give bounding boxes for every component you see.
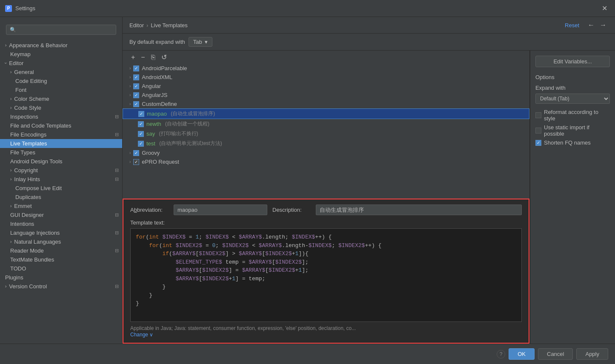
sidebar-item-copyright[interactable]: › Copyright ⊟ bbox=[0, 166, 122, 175]
sidebar-item-label: File Encodings bbox=[10, 131, 46, 138]
chevron-icon: › bbox=[5, 43, 6, 48]
nav-back-button[interactable]: ← bbox=[586, 20, 596, 30]
reformat-checkbox[interactable] bbox=[535, 112, 541, 118]
sidebar-item-compose-live-edit[interactable]: Compose Live Edit bbox=[0, 184, 122, 193]
checkbox-customdefine[interactable] bbox=[133, 101, 139, 107]
nav-forward-button[interactable]: → bbox=[598, 20, 608, 30]
ok-button[interactable]: OK bbox=[509, 348, 535, 360]
static-import-checkbox[interactable] bbox=[535, 128, 541, 134]
sidebar-item-gui-designer[interactable]: GUI Designer ⊟ bbox=[0, 210, 122, 219]
sidebar-item-file-types[interactable]: File Types bbox=[0, 148, 122, 157]
badge-icon: ⊟ bbox=[115, 114, 119, 119]
close-button[interactable]: ✕ bbox=[599, 3, 610, 13]
code-line-2: for(int $INDEX2$ = 0; $INDEX2$ < $ARRAY$… bbox=[136, 242, 516, 250]
sidebar-item-code-editing[interactable]: Code Editing bbox=[0, 77, 122, 85]
remove-template-button[interactable]: − bbox=[139, 53, 146, 62]
sidebar-item-code-style[interactable]: › Code Style bbox=[0, 103, 122, 112]
sidebar-item-version-control[interactable]: › Version Control ⊟ bbox=[0, 282, 122, 291]
sidebar-item-intentions[interactable]: Intentions bbox=[0, 219, 122, 228]
tree-item-angularjs[interactable]: › AngularJS bbox=[123, 91, 529, 100]
tree-item-groovy[interactable]: › Groovy bbox=[123, 148, 529, 157]
copy-template-button[interactable]: ⎘ bbox=[149, 53, 157, 62]
code-line-4: $ELEMENT_TYPE$ temp = $ARRAY$[$INDEX2$]; bbox=[136, 258, 516, 267]
template-name-label: maopao bbox=[147, 111, 167, 117]
right-panel: Editor › Live Templates Reset ← → By def… bbox=[123, 17, 615, 344]
edit-variables-button[interactable]: Edit Variables... bbox=[535, 56, 610, 67]
badge-icon: ⊟ bbox=[115, 212, 119, 218]
sidebar-item-general[interactable]: › General bbox=[0, 68, 122, 77]
checkbox-groovy[interactable] bbox=[133, 150, 139, 156]
badge-icon: ⊟ bbox=[115, 230, 119, 236]
checkbox-test[interactable] bbox=[138, 141, 144, 147]
template-text-label: Template text: bbox=[130, 219, 522, 226]
group-label: CustomDefine bbox=[142, 101, 177, 107]
abbreviation-input[interactable]: maopao bbox=[174, 205, 267, 215]
sidebar-item-textmate-bundles[interactable]: TextMate Bundles bbox=[0, 255, 122, 264]
tree-item-customdefine[interactable]: › CustomDefine bbox=[123, 100, 529, 108]
tree-item-android-parcelable[interactable]: › AndroidParcelable bbox=[123, 64, 529, 73]
sidebar-item-reader-mode[interactable]: Reader Mode ⊟ bbox=[0, 246, 122, 255]
sidebar-item-inspections[interactable]: Inspections ⊟ bbox=[0, 112, 122, 121]
sidebar-item-label: Intentions bbox=[10, 221, 34, 227]
code-editor[interactable]: for(int $INDEX$ = 1; $INDEX$ < $ARRAY$.l… bbox=[130, 228, 522, 322]
checkbox-angularjs[interactable] bbox=[133, 92, 139, 98]
tree-item-say[interactable]: say (打印输出不换行) bbox=[123, 129, 529, 139]
description-label: Description: bbox=[272, 207, 311, 213]
bottom-bar: ? OK Cancel Apply bbox=[0, 344, 615, 364]
template-name-label: newth bbox=[146, 121, 161, 127]
sidebar-item-color-scheme[interactable]: › Color Scheme bbox=[0, 94, 122, 103]
checkbox-android-xml[interactable] bbox=[133, 74, 139, 80]
sidebar-item-file-encodings[interactable]: File Encodings ⊟ bbox=[0, 130, 122, 139]
sidebar-item-file-code-templates[interactable]: File and Code Templates bbox=[0, 121, 122, 130]
reset-button[interactable]: Reset bbox=[565, 22, 579, 28]
change-link[interactable]: Change ∨ bbox=[130, 332, 153, 338]
tree-item-newth[interactable]: newth (自动创建一个线程) bbox=[123, 119, 529, 129]
apply-button[interactable]: Apply bbox=[576, 348, 608, 360]
tree-item-test[interactable]: test (自动声明单元测试test方法) bbox=[123, 139, 529, 148]
sidebar-item-todo[interactable]: TODO bbox=[0, 264, 122, 273]
tree-item-maopao[interactable]: maopao (自动生成冒泡排序) bbox=[123, 108, 529, 119]
add-template-button[interactable]: + bbox=[129, 53, 137, 62]
cancel-button[interactable]: Cancel bbox=[538, 348, 573, 360]
tree-chevron-icon: › bbox=[129, 84, 131, 88]
sidebar-item-plugins[interactable]: Plugins bbox=[0, 273, 122, 282]
sidebar-item-natural-languages[interactable]: › Natural Languages bbox=[0, 237, 122, 246]
sidebar-item-label: Android Design Tools bbox=[10, 158, 63, 165]
tree-toolbar: + − ⎘ ↺ bbox=[123, 51, 529, 64]
sidebar-item-live-templates[interactable]: Live Templates bbox=[0, 139, 122, 148]
sidebar-item-language-injections[interactable]: Language Injections ⊟ bbox=[0, 228, 122, 237]
sidebar-item-android-design-tools[interactable]: Android Design Tools bbox=[0, 157, 122, 166]
reset-template-button[interactable]: ↺ bbox=[160, 52, 169, 62]
breadcrumb-separator: › bbox=[146, 22, 148, 28]
tree-item-epro[interactable]: › ePRO Request bbox=[123, 157, 529, 166]
sidebar-item-font[interactable]: Font bbox=[0, 85, 122, 94]
expand-dropdown[interactable]: Default (Tab) bbox=[535, 94, 610, 104]
tab-option-label: Tab bbox=[193, 39, 202, 45]
checkbox-angular[interactable] bbox=[133, 83, 139, 89]
abbreviation-label: Abbreviation: bbox=[130, 207, 169, 213]
checkbox-newth[interactable] bbox=[138, 121, 144, 127]
checkbox-say[interactable] bbox=[138, 131, 144, 137]
search-input[interactable] bbox=[6, 25, 116, 35]
sidebar-item-label: File and Code Templates bbox=[10, 122, 72, 129]
sidebar-item-label: Duplicates bbox=[15, 194, 41, 200]
sidebar-item-inlay-hints[interactable]: › Inlay Hints ⊟ bbox=[0, 175, 122, 184]
help-button[interactable]: ? bbox=[497, 350, 505, 358]
app-icon: P bbox=[5, 5, 12, 12]
sidebar-item-editor[interactable]: › Editor bbox=[0, 59, 122, 68]
sidebar-item-keymap[interactable]: Keymap bbox=[0, 50, 122, 59]
tree-item-android-xml[interactable]: › AndroidXML bbox=[123, 73, 529, 82]
sidebar-item-label: Natural Languages bbox=[14, 239, 61, 245]
sidebar-item-appearance[interactable]: › Appearance & Behavior bbox=[0, 41, 122, 50]
description-input[interactable]: 自动生成冒泡排序 bbox=[316, 205, 522, 215]
shorten-fq-checkbox[interactable] bbox=[535, 140, 541, 146]
sidebar-item-emmet[interactable]: › Emmet bbox=[0, 202, 122, 210]
tree-chevron-icon: › bbox=[129, 159, 131, 164]
checkbox-epro[interactable] bbox=[133, 159, 139, 165]
tree-item-angular[interactable]: › Angular bbox=[123, 82, 529, 91]
checkbox-maopao[interactable] bbox=[138, 111, 144, 117]
tab-dropdown[interactable]: Tab ▾ bbox=[189, 37, 212, 47]
sidebar-item-duplicates[interactable]: Duplicates bbox=[0, 193, 122, 202]
sidebar-item-label: GUI Designer bbox=[10, 212, 44, 218]
checkbox-android-parcelable[interactable] bbox=[133, 65, 139, 71]
